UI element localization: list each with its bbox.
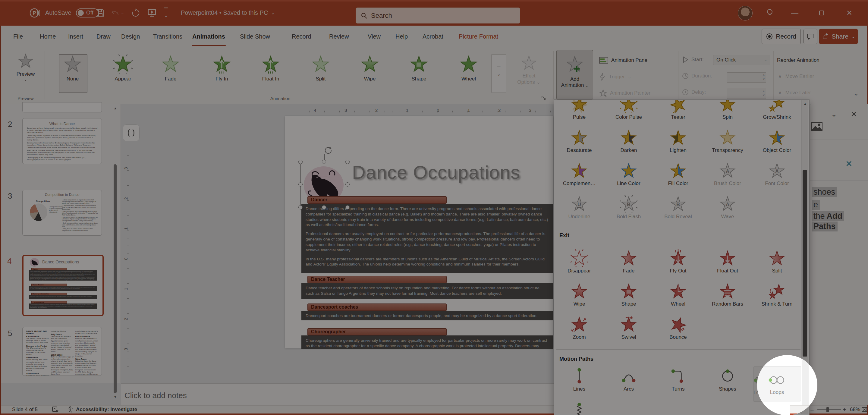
spotlight-loops-item[interactable]: Loops — [757, 366, 801, 402]
spotlight-circle: Loops− — [757, 355, 817, 415]
powerpoint-window: P AutoSave Off ⌄ ▔⌄ Powerpoint04 • Saved… — [0, 0, 868, 415]
spotlight-loops-label: Loops — [757, 389, 801, 395]
dim-overlay — [0, 0, 868, 415]
loops-icon — [768, 371, 786, 388]
